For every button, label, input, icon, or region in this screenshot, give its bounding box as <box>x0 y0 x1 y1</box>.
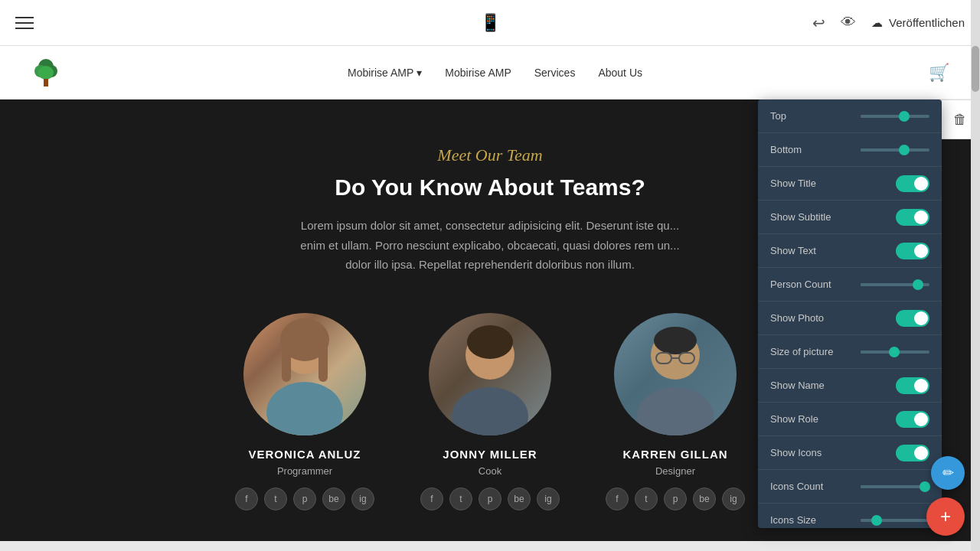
topbar-center: 📱 <box>480 13 501 33</box>
setting-row-person-count: Person Count <box>758 268 942 302</box>
hamburger-icon[interactable] <box>15 17 34 29</box>
member-role-2: Cook <box>479 465 501 477</box>
slider-track-top[interactable] <box>861 115 929 118</box>
publish-button[interactable]: ☁ Veröffentlichen <box>871 16 965 30</box>
setting-row-icons-count: Icons Count <box>758 470 942 504</box>
setting-label-top: Top <box>770 110 861 122</box>
scrollbar-thumb <box>972 46 979 92</box>
svg-rect-9 <box>318 344 328 382</box>
topbar: 📱 ↩ 👁 ☁ Veröffentlichen <box>0 0 980 46</box>
social-facebook-1[interactable]: f <box>235 487 258 510</box>
setting-control-show-title[interactable] <box>896 175 929 192</box>
member-photo-2 <box>429 313 551 435</box>
toggle-show-title[interactable] <box>896 175 929 192</box>
page-scrollbar[interactable] <box>971 0 980 551</box>
navbar: Mobirise AMP ▾ Mobirise AMP Services Abo… <box>0 46 980 99</box>
nav-link-about-us[interactable]: About Us <box>598 67 642 79</box>
social-behance-2[interactable]: be <box>508 487 531 510</box>
eye-icon[interactable]: 👁 <box>841 14 856 31</box>
setting-control-show-icons[interactable] <box>896 445 929 461</box>
slider-track-size-of-picture[interactable] <box>861 350 929 354</box>
cart-icon[interactable]: 🛒 <box>929 63 949 83</box>
setting-label-show-photo: Show Photo <box>770 312 896 324</box>
setting-control-size-of-picture[interactable] <box>861 350 929 354</box>
svg-point-14 <box>637 387 714 435</box>
member-name-2: JONNY MILLER <box>443 448 537 461</box>
setting-row-show-subtitle: Show Subtitle <box>758 201 942 234</box>
team-member-karren: KARREN GILLAN Designer f t p be ig <box>606 313 745 510</box>
publish-icon: ☁ <box>871 16 883 30</box>
nav-link-label: Services <box>534 67 576 79</box>
setting-label-size-of-picture: Size of picture <box>770 346 861 357</box>
social-instagram-2[interactable]: ig <box>537 487 560 510</box>
setting-label-show-name: Show Name <box>770 380 896 391</box>
person-svg-1 <box>243 313 366 435</box>
toggle-show-photo[interactable] <box>896 310 929 327</box>
setting-label-bottom: Bottom <box>770 144 861 155</box>
social-facebook-2[interactable]: f <box>420 487 443 510</box>
setting-control-show-subtitle[interactable] <box>896 209 929 226</box>
member-role-1: Programmer <box>277 465 332 477</box>
photo-placeholder-3 <box>614 313 737 435</box>
toggle-show-text[interactable] <box>896 243 929 259</box>
setting-control-show-text[interactable] <box>896 243 929 259</box>
social-behance-1[interactable]: be <box>322 487 345 510</box>
social-behance-3[interactable]: be <box>693 487 716 510</box>
setting-row-show-name: Show Name <box>758 369 942 403</box>
social-facebook-3[interactable]: f <box>606 487 629 510</box>
undo-icon[interactable]: ↩ <box>812 14 825 32</box>
social-pinterest-2[interactable]: p <box>479 487 501 510</box>
svg-point-11 <box>452 387 528 435</box>
setting-label-icons-count: Icons Count <box>770 481 861 492</box>
pencil-icon: ✏ <box>942 465 954 481</box>
settings-scroll[interactable]: Top Bottom Show Title <box>758 99 942 528</box>
slider-track-person-count[interactable] <box>861 283 929 286</box>
toggle-show-icons[interactable] <box>896 445 929 461</box>
topbar-right: ↩ 👁 ☁ Veröffentlichen <box>812 14 965 32</box>
svg-point-12 <box>467 325 513 359</box>
svg-rect-8 <box>282 344 291 382</box>
setting-row-show-text: Show Text <box>758 234 942 268</box>
nav-link-mobirise-2[interactable]: Mobirise AMP <box>445 67 511 79</box>
person-svg-3 <box>614 313 737 435</box>
setting-control-top[interactable] <box>861 115 929 118</box>
setting-control-bottom[interactable] <box>861 148 929 152</box>
fab-add-button[interactable]: + <box>926 497 965 536</box>
setting-control-icons-count[interactable] <box>861 485 929 488</box>
social-instagram-1[interactable]: ig <box>351 487 374 510</box>
dropdown-icon: ▾ <box>416 67 422 79</box>
logo-icon <box>31 57 61 88</box>
social-twitter-3[interactable]: t <box>635 487 658 510</box>
toggle-show-subtitle[interactable] <box>896 209 929 226</box>
svg-point-3 <box>38 66 54 80</box>
social-twitter-2[interactable]: t <box>449 487 472 510</box>
setting-row-show-icons: Show Icons <box>758 436 942 470</box>
setting-row-show-title: Show Title <box>758 167 942 201</box>
nav-link-mobirise-1[interactable]: Mobirise AMP ▾ <box>348 67 422 79</box>
toggle-show-name[interactable] <box>896 377 929 394</box>
nav-logo <box>31 57 61 88</box>
photo-placeholder-1 <box>243 313 366 435</box>
social-instagram-3[interactable]: ig <box>722 487 745 510</box>
section-text: Lorem ipsum dolor sit amet, consectetur … <box>222 216 758 275</box>
team-member-veronica: VERONICA ANLUZ Programmer f t p be ig <box>235 313 374 510</box>
setting-control-show-name[interactable] <box>896 377 929 394</box>
svg-point-15 <box>654 327 697 354</box>
social-pinterest-1[interactable]: p <box>293 487 316 510</box>
social-pinterest-3[interactable]: p <box>664 487 687 510</box>
social-twitter-1[interactable]: t <box>264 487 287 510</box>
slider-track-icons-count[interactable] <box>861 485 929 488</box>
slider-track-icons-size[interactable] <box>861 519 929 522</box>
fab-edit-button[interactable]: ✏ <box>931 456 965 490</box>
setting-label-icons-size: Icons Size <box>770 514 861 526</box>
setting-control-person-count[interactable] <box>861 283 929 286</box>
nav-link-services[interactable]: Services <box>534 67 576 79</box>
setting-control-show-role[interactable] <box>896 411 929 428</box>
setting-label-show-role: Show Role <box>770 413 896 425</box>
setting-control-show-photo[interactable] <box>896 310 929 327</box>
slider-track-bottom[interactable] <box>861 148 929 152</box>
toggle-show-role[interactable] <box>896 411 929 428</box>
setting-control-icons-size[interactable] <box>861 519 929 522</box>
setting-row-show-photo: Show Photo <box>758 302 942 335</box>
setting-row-show-role: Show Role <box>758 403 942 436</box>
